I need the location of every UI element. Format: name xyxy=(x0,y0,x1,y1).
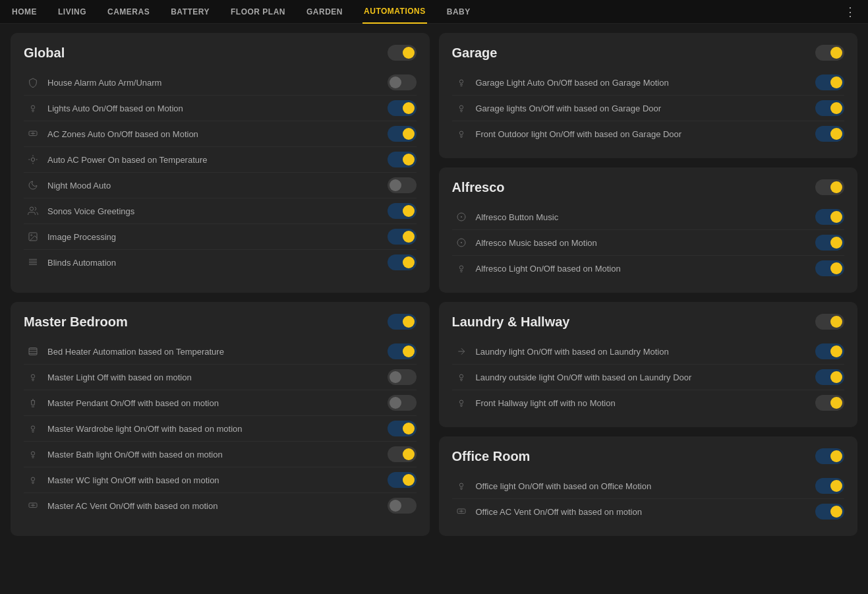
svg-point-6 xyxy=(459,80,463,83)
svg-point-10 xyxy=(461,216,461,217)
list-item: Master WC light On/Off with based on mot… xyxy=(24,467,417,493)
item-label: Image Processing xyxy=(42,232,388,242)
music-icon xyxy=(452,212,471,222)
alfresco-card-header: Alfresco xyxy=(452,179,845,195)
item-toggle[interactable] xyxy=(815,343,844,359)
item-toggle[interactable] xyxy=(388,395,417,411)
item-toggle[interactable] xyxy=(388,498,417,514)
shield-icon xyxy=(24,77,42,88)
item-toggle[interactable] xyxy=(388,126,417,142)
item-toggle[interactable] xyxy=(388,421,417,436)
item-toggle[interactable] xyxy=(388,100,417,116)
item-toggle[interactable] xyxy=(815,395,844,411)
laundry-hallway-header: Laundry & Hallway xyxy=(452,314,845,330)
item-toggle[interactable] xyxy=(815,260,844,276)
item-label: Bed Heater Automation based on Temperatu… xyxy=(42,347,388,357)
svg-point-3 xyxy=(30,207,33,210)
music-icon xyxy=(452,237,471,248)
item-label: Master Bath light On/Off with based on m… xyxy=(42,450,388,460)
garage-title: Garage xyxy=(452,45,498,61)
nav-item-living[interactable]: LIVING xyxy=(57,0,88,24)
item-toggle[interactable] xyxy=(388,177,417,193)
voice-icon xyxy=(24,206,42,216)
bulb-icon xyxy=(452,263,471,274)
list-item: Alfresco Button Music xyxy=(452,204,845,230)
item-toggle[interactable] xyxy=(388,74,417,90)
item-toggle[interactable] xyxy=(815,504,844,520)
item-label: Lights Auto On/Off based on Motion xyxy=(42,104,388,113)
global-card: Global House Alarm Auto Arm/Unarm Lights… xyxy=(11,33,430,293)
item-toggle[interactable] xyxy=(388,152,417,167)
ac-icon xyxy=(24,500,42,511)
item-label: Master Pendant On/Off with based on moti… xyxy=(42,398,388,408)
bulb-icon xyxy=(452,129,471,139)
list-item: Sonos Voice Greetings xyxy=(24,198,417,224)
item-label: Alfresco Music based on Motion xyxy=(471,238,816,248)
svg-point-12 xyxy=(461,242,461,243)
office-master-toggle[interactable] xyxy=(815,448,844,464)
svg-point-21 xyxy=(459,400,463,403)
master-bedroom-master-toggle[interactable] xyxy=(388,314,417,330)
item-toggle[interactable] xyxy=(815,235,844,251)
svg-point-15 xyxy=(31,374,34,378)
laundry-master-toggle[interactable] xyxy=(815,314,844,330)
item-toggle[interactable] xyxy=(388,343,417,359)
global-master-toggle[interactable] xyxy=(388,45,417,61)
right-column: Garage Garage Light Auto On/Off based on… xyxy=(439,33,858,293)
nav-item-garden[interactable]: GARDEN xyxy=(305,0,344,24)
item-toggle[interactable] xyxy=(815,369,844,385)
item-label: House Alarm Auto Arm/Unarm xyxy=(42,78,388,88)
garage-card: Garage Garage Light Auto On/Off based on… xyxy=(439,33,858,158)
list-item: AC Zones Auto On/Off based on Motion xyxy=(24,121,417,147)
laundry-hallway-card: Laundry & Hallway Laundry light On/Off w… xyxy=(439,302,858,427)
svg-point-17 xyxy=(31,452,34,455)
item-toggle[interactable] xyxy=(815,478,844,494)
nav-item-baby[interactable]: BABY xyxy=(446,0,472,24)
item-label: Laundry outside light On/Off with based … xyxy=(471,372,816,382)
bulb-icon xyxy=(452,77,471,88)
list-item: Image Processing xyxy=(24,224,417,250)
bulb-icon xyxy=(24,103,42,113)
list-item: Front Hallway light off with no Motion xyxy=(452,390,845,415)
item-toggle[interactable] xyxy=(388,369,417,385)
item-toggle[interactable] xyxy=(815,209,844,225)
office-room-card: Office Room Office light On/Off with bas… xyxy=(439,436,858,536)
list-item: Alfresco Music based on Motion xyxy=(452,230,845,256)
more-options-icon[interactable]: ⋮ xyxy=(844,5,857,19)
nav-item-cameras[interactable]: CAMERAS xyxy=(106,0,151,24)
item-label: Master AC Vent On/Off with based on moti… xyxy=(42,501,388,511)
svg-point-22 xyxy=(459,483,463,487)
svg-point-2 xyxy=(31,158,34,161)
heat-icon xyxy=(24,346,42,357)
nav-item-automations[interactable]: AUTOMATIONS xyxy=(362,0,427,24)
item-toggle[interactable] xyxy=(388,472,417,488)
item-toggle[interactable] xyxy=(815,74,844,90)
laundry-hallway-title: Laundry & Hallway xyxy=(452,314,570,330)
item-toggle[interactable] xyxy=(815,126,844,142)
bulb-icon xyxy=(452,398,471,408)
master-bedroom-header: Master Bedroom xyxy=(24,314,417,330)
item-toggle[interactable] xyxy=(388,203,417,219)
nav-item-home[interactable]: HOME xyxy=(11,0,38,24)
item-toggle[interactable] xyxy=(388,254,417,270)
alfresco-master-toggle[interactable] xyxy=(815,179,844,195)
item-label: Office AC Vent On/Off with based on moti… xyxy=(471,507,816,517)
list-item: House Alarm Auto Arm/Unarm xyxy=(24,70,417,96)
item-label: Front Hallway light off with no Motion xyxy=(471,398,816,408)
item-toggle[interactable] xyxy=(388,229,417,245)
nav-item-battery[interactable]: BATTERY xyxy=(169,0,211,24)
master-bedroom-title: Master Bedroom xyxy=(24,314,128,330)
list-item: Alfresco Light On/Off based on Motion xyxy=(452,256,845,281)
nav-item-floorplan[interactable]: FLOOR PLAN xyxy=(229,0,287,24)
item-label: Garage lights On/Off with based on Garag… xyxy=(471,104,816,113)
item-toggle[interactable] xyxy=(388,446,417,462)
bulb-icon xyxy=(24,372,42,382)
item-label: Master Light Off with based on motion xyxy=(42,372,388,382)
item-toggle[interactable] xyxy=(815,100,844,116)
ac-icon xyxy=(24,129,42,139)
svg-point-13 xyxy=(459,266,463,269)
garage-master-toggle[interactable] xyxy=(815,45,844,61)
list-item: Master AC Vent On/Off with based on moti… xyxy=(24,493,417,518)
list-item: Garage Light Auto On/Off based on Garage… xyxy=(452,70,845,96)
list-item: Bed Heater Automation based on Temperatu… xyxy=(24,339,417,365)
